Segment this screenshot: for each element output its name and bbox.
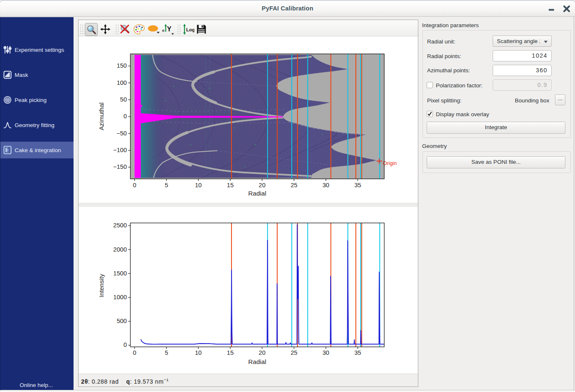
svg-text:50: 50 [120,96,127,103]
svg-text:Radial: Radial [248,358,266,365]
svg-text:30: 30 [323,349,329,356]
svg-text:20: 20 [259,182,265,188]
svg-text:5: 5 [165,349,168,356]
svg-text:5: 5 [165,182,168,188]
svg-text:Log: Log [186,27,195,32]
svg-text:0: 0 [133,182,136,188]
svg-text:20: 20 [259,349,265,356]
svg-text:2000: 2000 [113,246,127,253]
svg-text:10: 10 [195,349,201,356]
svg-text:15: 15 [227,182,234,188]
svg-text:Origin: Origin [383,160,397,166]
svg-text:1500: 1500 [113,270,127,277]
svg-text:500: 500 [117,318,127,324]
svg-text:Y: Y [167,25,172,33]
svg-text:10: 10 [195,182,201,188]
svg-text:15: 15 [227,349,234,356]
svg-text:o: o [162,28,164,33]
svg-text:2500: 2500 [113,222,127,229]
svg-text:−100: −100 [113,147,127,153]
svg-text:0: 0 [123,341,127,348]
svg-text:Radial: Radial [248,190,266,197]
svg-text:30: 30 [323,182,329,188]
svg-text:−50: −50 [117,130,127,137]
svg-text:−150: −150 [113,163,127,170]
svg-text:35: 35 [354,182,361,188]
svg-text:150: 150 [117,62,127,69]
svg-text:1000: 1000 [113,294,127,300]
svg-text:Intensity: Intensity [98,274,105,298]
svg-text:35: 35 [354,349,361,356]
svg-text:0: 0 [133,349,136,356]
svg-text:0: 0 [123,113,127,120]
svg-text:Azimuthal: Azimuthal [98,102,105,130]
svg-text:100: 100 [117,79,127,86]
svg-text:25: 25 [290,182,297,188]
svg-text:25: 25 [290,349,297,356]
